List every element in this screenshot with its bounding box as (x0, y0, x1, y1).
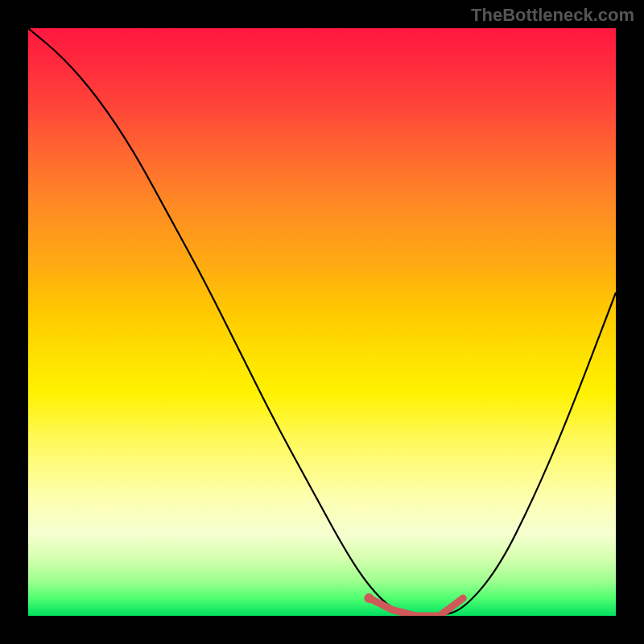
plot-area (28, 28, 616, 616)
bottleneck-curve (28, 28, 616, 616)
chart-svg (28, 28, 616, 616)
chart-frame: TheBottleneck.com (0, 0, 644, 644)
curve-minimum-dot (364, 593, 374, 603)
watermark-text: TheBottleneck.com (471, 5, 634, 26)
svg-point-0 (364, 593, 374, 603)
